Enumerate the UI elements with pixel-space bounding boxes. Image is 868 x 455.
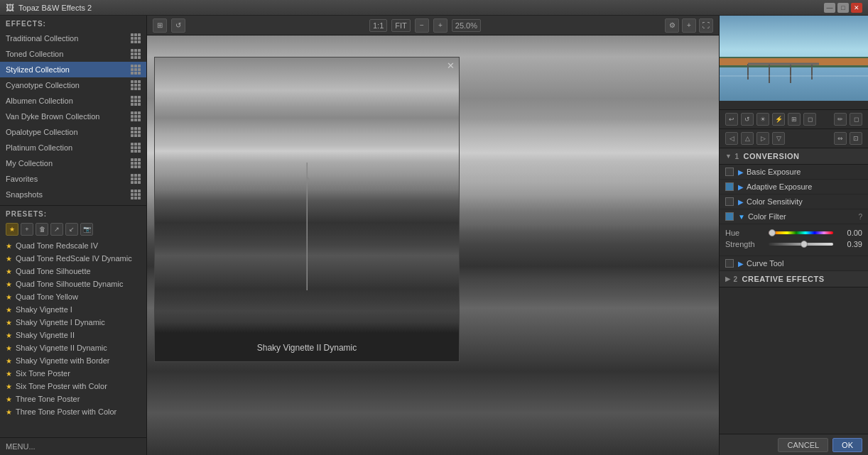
camera-preset-btn[interactable]: 📷 [80, 223, 93, 236]
export-preset-btn[interactable]: ↗ [50, 223, 63, 236]
filter-btn-eraser[interactable]: ◻ [850, 113, 862, 126]
menu-button[interactable]: MENU... [0, 437, 146, 455]
curve-tool-checkbox[interactable] [725, 259, 734, 268]
effect-item-opalotype[interactable]: Opalotype Collection [0, 124, 146, 140]
hue-slider-track[interactable] [769, 231, 833, 234]
zoom-100-btn[interactable]: 1:1 [369, 19, 387, 32]
preset-item[interactable]: ★Shaky Vignette with Border [0, 354, 146, 367]
left-panel: EFFECTS: Traditional CollectionToned Col… [0, 16, 147, 455]
presets-toolbar: ★ + 🗑 ↗ ↙ 📷 [0, 221, 146, 238]
canvas-area: ✕ Shaky Vignette II Dynamic [147, 35, 719, 455]
star-filter-btn[interactable]: ★ [6, 223, 18, 236]
import-preset-btn[interactable]: ↙ [65, 223, 78, 236]
filter-btn-6[interactable]: ◻ [803, 113, 816, 126]
svg-rect-0 [307, 163, 308, 290]
color-sensitivity-checkbox[interactable] [725, 197, 734, 206]
effect-label-favorites: Favorites [6, 175, 38, 183]
close-button[interactable]: ✕ [851, 3, 862, 13]
adaptive-exposure-arrow: ▶ [738, 183, 744, 191]
nav-forward-btn[interactable]: ▷ [756, 132, 769, 145]
color-sensitivity-item[interactable]: ▶ Color Sensitivity [720, 194, 868, 209]
filter-btn-3[interactable]: ☀ [756, 113, 769, 126]
refresh-btn[interactable]: ↺ [171, 18, 185, 33]
preset-label: Six Tone Poster with Color [16, 382, 107, 390]
zoom-fit-btn[interactable]: FIT [391, 19, 411, 32]
filter-row: ↩ ↺ ☀ ⚡ ⊞ ◻ ✏ ◻ [720, 110, 868, 129]
basic-exposure-checkbox[interactable] [725, 168, 734, 176]
nav-up-btn[interactable]: △ [741, 132, 754, 145]
basic-exposure-item[interactable]: ▶ Basic Exposure [720, 165, 868, 180]
top-toolbar: ⊞ ↺ 1:1 FIT − + 25.0% ⚙ + ⛶ [147, 16, 719, 35]
preset-item[interactable]: ★Quad Tone RedScale IV Dynamic [0, 252, 146, 265]
effect-label-vandyke: Van Dyke Brown Collection [6, 112, 99, 121]
filter-btn-1[interactable]: ↩ [725, 113, 738, 126]
hue-row: Hue 0.00 [725, 229, 862, 237]
nav-extra2-btn[interactable]: ⊡ [850, 132, 862, 145]
adaptive-exposure-item[interactable]: ▶ Adaptive Exposure [720, 180, 868, 194]
preset-item[interactable]: ★Three Tone Poster [0, 393, 146, 405]
effect-item-vandyke[interactable]: Van Dyke Brown Collection [0, 109, 146, 124]
effect-item-albumen[interactable]: Albumen Collection [0, 93, 146, 109]
preset-item[interactable]: ★Shaky Vignette II [0, 329, 146, 341]
minimize-button[interactable]: — [824, 3, 835, 13]
grid-icon-albumen [131, 96, 141, 106]
effect-item-mycollection[interactable]: My Collection [0, 155, 146, 171]
color-circles-row [720, 101, 868, 110]
effect-item-stylized[interactable]: Stylized Collection [0, 62, 146, 77]
maximize-button[interactable]: □ [837, 3, 849, 13]
zoom-out-btn[interactable]: − [415, 18, 429, 33]
effect-item-platinum[interactable]: Platinum Collection [0, 140, 146, 155]
nav-down-btn[interactable]: ▽ [772, 132, 785, 145]
delete-preset-btn[interactable]: 🗑 [36, 223, 48, 236]
conversion-label: CONVERSION [743, 152, 799, 160]
add-btn[interactable]: + [682, 18, 696, 33]
preset-item[interactable]: ★Quad Tone Redscale IV [0, 239, 146, 252]
preset-item[interactable]: ★Quad Tone Silhouette Dynamic [0, 278, 146, 290]
strength-slider-thumb[interactable] [801, 241, 808, 248]
preset-item[interactable]: ★Six Tone Poster with Color [0, 380, 146, 393]
color-filter-help[interactable]: ? [858, 213, 862, 221]
strength-value: 0.39 [837, 240, 862, 248]
effect-item-traditional[interactable]: Traditional Collection [0, 31, 146, 46]
curve-tool-item[interactable]: ▶ Curve Tool [720, 256, 868, 271]
effect-label-snapshots: Snapshots [6, 190, 43, 199]
preset-item[interactable]: ★Six Tone Poster [0, 367, 146, 380]
title-bar: 🖼 Topaz B&W Effects 2 — □ ✕ [0, 0, 868, 16]
add-preset-btn[interactable]: + [21, 223, 33, 236]
color-filter-checkbox[interactable] [725, 212, 734, 221]
filter-btn-2[interactable]: ↺ [741, 113, 754, 126]
right-panel: ↩ ↺ ☀ ⚡ ⊞ ◻ ✏ ◻ ◁ △ ▷ ▽ ⇔ ⊡ ▼ 1 CONVERSI… [719, 16, 868, 455]
preset-label: Shaky Vignette II Dynamic [16, 344, 107, 352]
preset-item[interactable]: ★Quad Tone Yellow [0, 290, 146, 303]
effect-label-albumen: Albumen Collection [6, 97, 73, 105]
fullscreen-btn[interactable]: ⛶ [699, 18, 713, 33]
creative-effects-section-header[interactable]: ▶ 2 CREATIVE EFFECTS [720, 271, 868, 287]
preset-item[interactable]: ★Shaky Vignette I Dynamic [0, 316, 146, 329]
preset-item[interactable]: ★Three Tone Poster with Color [0, 405, 146, 418]
filter-btn-4[interactable]: ⚡ [772, 113, 785, 126]
strength-slider-track[interactable] [769, 243, 833, 246]
nav-extra-btn[interactable]: ⇔ [834, 132, 847, 145]
effect-item-cyanotype[interactable]: Cyanotype Collection [0, 77, 146, 93]
color-filter-item[interactable]: ▼ Color Filter ? [720, 209, 868, 224]
preset-item[interactable]: ★Quad Tone Silhouette [0, 265, 146, 278]
preset-item[interactable]: ★Shaky Vignette II Dynamic [0, 341, 146, 354]
grid-view-btn[interactable]: ⊞ [153, 18, 167, 33]
filter-btn-5[interactable]: ⊞ [788, 113, 801, 126]
effect-item-favorites[interactable]: Favorites [0, 171, 146, 187]
basic-exposure-label: Basic Exposure [747, 168, 801, 176]
ok-button[interactable]: OK [832, 438, 862, 452]
overlay-close-btn[interactable]: ✕ [447, 60, 455, 71]
conversion-section-header[interactable]: ▼ 1 CONVERSION [720, 148, 868, 165]
app-title: Topaz B&W Effects 2 [18, 4, 824, 12]
settings-btn[interactable]: ⚙ [665, 18, 679, 33]
effect-item-snapshots[interactable]: Snapshots [0, 187, 146, 202]
zoom-in-btn[interactable]: + [433, 18, 447, 33]
nav-back-btn[interactable]: ◁ [725, 132, 738, 145]
adaptive-exposure-checkbox[interactable] [725, 182, 734, 191]
preset-item[interactable]: ★Shaky Vignette I [0, 303, 146, 316]
hue-slider-thumb[interactable] [769, 229, 776, 236]
filter-btn-pen[interactable]: ✏ [834, 113, 847, 126]
effect-item-toned[interactable]: Toned Collection [0, 46, 146, 62]
cancel-button[interactable]: CANCEL [778, 438, 828, 452]
